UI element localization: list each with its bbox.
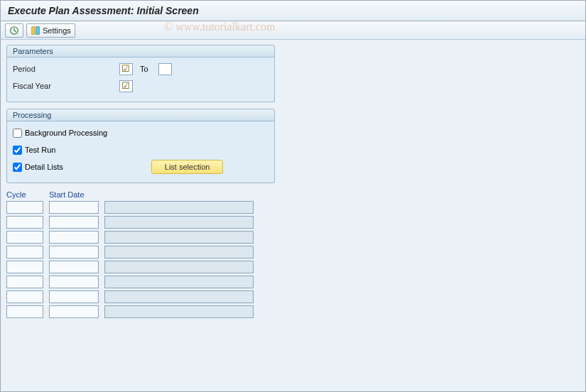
cycle-input[interactable]: [6, 276, 43, 288]
cycle-table: Cycle Start Date: [6, 190, 580, 318]
table-row: [6, 231, 580, 244]
start-date-input[interactable]: [49, 201, 99, 214]
table-row: [6, 246, 580, 258]
clock-execute-icon: [9, 26, 19, 36]
table-row: [6, 261, 580, 273]
settings-button[interactable]: Settings: [26, 23, 75, 38]
table-row: [6, 276, 580, 288]
fiscal-year-label: Fiscal Year: [13, 82, 119, 90]
cycle-description-output: [104, 231, 254, 244]
svg-rect-2: [36, 26, 39, 34]
cycle-description-output: [104, 216, 254, 229]
processing-header: Processing: [6, 109, 275, 121]
table-row: [6, 201, 580, 214]
period-to-input[interactable]: [158, 63, 172, 75]
start-date-input[interactable]: [49, 231, 99, 244]
table-row: [6, 305, 580, 318]
period-from-input[interactable]: [119, 63, 133, 75]
cycle-description-output: [104, 305, 254, 318]
cycle-input[interactable]: [6, 290, 43, 303]
cycle-column-header: Cycle: [6, 190, 43, 199]
cycle-input[interactable]: [6, 305, 43, 318]
test-run-label: Test Run: [25, 146, 55, 154]
start-date-input[interactable]: [49, 216, 99, 229]
processing-groupbox: Processing Background Processing Test Ru…: [6, 109, 275, 183]
cycle-input[interactable]: [6, 201, 43, 214]
svg-rect-1: [32, 26, 35, 34]
start-date-input[interactable]: [49, 290, 99, 303]
cycle-input[interactable]: [6, 216, 43, 229]
cycle-description-output: [104, 261, 254, 273]
background-processing-label: Background Processing: [25, 129, 107, 137]
cycle-description-output: [104, 290, 254, 303]
detail-lists-checkbox[interactable]: [13, 163, 22, 172]
settings-label: Settings: [43, 26, 71, 35]
parameters-header: Parameters: [6, 45, 275, 58]
period-label: Period: [13, 65, 119, 73]
cycle-description-output: [104, 246, 254, 258]
page-title: Execute Plan Assessment: Initial Screen: [1, 1, 585, 21]
app-toolbar: Settings: [1, 21, 585, 40]
cycle-input[interactable]: [6, 246, 43, 258]
parameters-groupbox: Parameters Period To Fiscal Year: [6, 45, 275, 102]
detail-lists-label: Detail Lists: [25, 163, 63, 171]
test-run-checkbox[interactable]: [13, 146, 22, 155]
period-to-label: To: [140, 65, 158, 73]
background-processing-checkbox[interactable]: [13, 129, 22, 138]
fiscal-year-input[interactable]: [119, 80, 133, 92]
start-date-column-header: Start Date: [49, 190, 99, 199]
start-date-input[interactable]: [49, 261, 99, 273]
table-row: [6, 290, 580, 303]
start-date-input[interactable]: [49, 305, 99, 318]
cycle-input[interactable]: [6, 261, 43, 273]
list-selection-button[interactable]: List selection: [151, 160, 224, 174]
start-date-input[interactable]: [49, 276, 99, 288]
table-row: [6, 216, 580, 229]
cycle-input[interactable]: [6, 231, 43, 244]
cycle-description-output: [104, 276, 254, 288]
cycle-description-output: [104, 201, 254, 214]
execute-button[interactable]: [5, 23, 23, 38]
settings-icon: [31, 26, 40, 36]
start-date-input[interactable]: [49, 246, 99, 258]
